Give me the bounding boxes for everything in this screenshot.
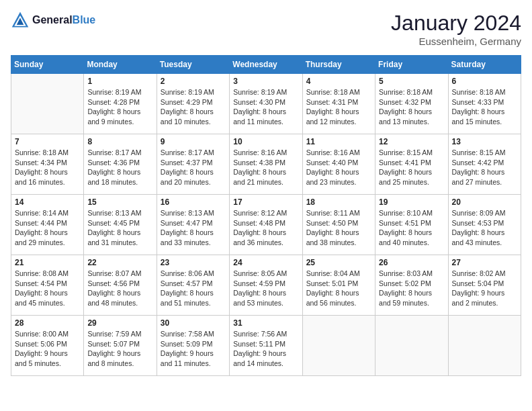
day-cell: 28Sunrise: 8:00 AM Sunset: 5:06 PM Dayli… bbox=[11, 316, 84, 376]
day-cell: 18Sunrise: 8:11 AM Sunset: 4:50 PM Dayli… bbox=[302, 195, 375, 255]
day-number: 25 bbox=[306, 258, 371, 267]
day-number: 9 bbox=[161, 137, 226, 146]
day-number: 1 bbox=[87, 77, 152, 86]
day-info: Sunrise: 8:18 AM Sunset: 4:32 PM Dayligh… bbox=[379, 87, 444, 127]
day-info: Sunrise: 8:08 AM Sunset: 4:54 PM Dayligh… bbox=[15, 269, 80, 308]
day-number: 10 bbox=[233, 137, 298, 146]
day-cell: 14Sunrise: 8:14 AM Sunset: 4:44 PM Dayli… bbox=[11, 195, 84, 255]
day-cell: 16Sunrise: 8:13 AM Sunset: 4:47 PM Dayli… bbox=[157, 195, 229, 255]
day-number: 26 bbox=[379, 258, 444, 267]
day-number: 13 bbox=[452, 137, 517, 146]
day-cell bbox=[448, 316, 521, 376]
day-info: Sunrise: 8:05 AM Sunset: 4:59 PM Dayligh… bbox=[233, 269, 298, 308]
day-cell: 23Sunrise: 8:06 AM Sunset: 4:57 PM Dayli… bbox=[157, 255, 229, 316]
logo-icon bbox=[11, 11, 30, 30]
calendar-table: SundayMondayTuesdayWednesdayThursdayFrid… bbox=[11, 55, 521, 376]
day-cell: 8Sunrise: 8:17 AM Sunset: 4:36 PM Daylig… bbox=[84, 134, 157, 195]
day-number: 18 bbox=[306, 197, 371, 207]
day-info: Sunrise: 7:58 AM Sunset: 5:09 PM Dayligh… bbox=[161, 329, 226, 369]
day-cell: 27Sunrise: 8:02 AM Sunset: 5:04 PM Dayli… bbox=[448, 255, 521, 316]
day-cell: 21Sunrise: 8:08 AM Sunset: 4:54 PM Dayli… bbox=[11, 255, 84, 316]
weekday-header-monday: Monday bbox=[84, 56, 157, 74]
week-row-1: 1Sunrise: 8:19 AM Sunset: 4:28 PM Daylig… bbox=[11, 74, 521, 134]
logo-text: GeneralBlue bbox=[32, 14, 95, 26]
day-number: 31 bbox=[233, 318, 298, 328]
day-info: Sunrise: 7:59 AM Sunset: 5:07 PM Dayligh… bbox=[87, 329, 152, 369]
day-number: 2 bbox=[161, 77, 226, 86]
week-row-4: 21Sunrise: 8:08 AM Sunset: 4:54 PM Dayli… bbox=[11, 255, 521, 316]
logo: GeneralBlue bbox=[11, 11, 95, 30]
day-number: 28 bbox=[15, 318, 80, 328]
day-cell bbox=[302, 316, 375, 376]
day-info: Sunrise: 7:56 AM Sunset: 5:11 PM Dayligh… bbox=[233, 329, 298, 369]
day-cell: 11Sunrise: 8:16 AM Sunset: 4:40 PM Dayli… bbox=[302, 134, 375, 195]
week-row-2: 7Sunrise: 8:18 AM Sunset: 4:34 PM Daylig… bbox=[11, 134, 521, 195]
day-cell: 6Sunrise: 8:18 AM Sunset: 4:33 PM Daylig… bbox=[448, 74, 521, 134]
day-info: Sunrise: 8:07 AM Sunset: 4:56 PM Dayligh… bbox=[87, 269, 152, 308]
day-number: 14 bbox=[15, 197, 80, 207]
day-info: Sunrise: 8:02 AM Sunset: 5:04 PM Dayligh… bbox=[452, 269, 517, 308]
day-number: 17 bbox=[233, 197, 298, 207]
day-info: Sunrise: 8:16 AM Sunset: 4:38 PM Dayligh… bbox=[233, 148, 298, 187]
day-cell: 15Sunrise: 8:13 AM Sunset: 4:45 PM Dayli… bbox=[84, 195, 157, 255]
day-info: Sunrise: 8:17 AM Sunset: 4:37 PM Dayligh… bbox=[161, 148, 226, 187]
day-cell: 30Sunrise: 7:58 AM Sunset: 5:09 PM Dayli… bbox=[157, 316, 229, 376]
day-number: 8 bbox=[87, 137, 152, 146]
day-number: 15 bbox=[87, 197, 152, 207]
day-info: Sunrise: 8:06 AM Sunset: 4:57 PM Dayligh… bbox=[161, 269, 226, 308]
day-cell: 24Sunrise: 8:05 AM Sunset: 4:59 PM Dayli… bbox=[230, 255, 302, 316]
day-info: Sunrise: 8:18 AM Sunset: 4:34 PM Dayligh… bbox=[15, 148, 80, 187]
day-number: 29 bbox=[87, 318, 152, 328]
day-info: Sunrise: 8:18 AM Sunset: 4:33 PM Dayligh… bbox=[452, 87, 517, 127]
day-number: 24 bbox=[233, 258, 298, 267]
day-number: 4 bbox=[306, 77, 371, 86]
day-cell: 19Sunrise: 8:10 AM Sunset: 4:51 PM Dayli… bbox=[375, 195, 448, 255]
day-number: 22 bbox=[87, 258, 152, 267]
day-info: Sunrise: 8:14 AM Sunset: 4:44 PM Dayligh… bbox=[15, 208, 80, 248]
day-number: 23 bbox=[161, 258, 226, 267]
day-info: Sunrise: 8:18 AM Sunset: 4:31 PM Dayligh… bbox=[306, 87, 371, 127]
day-number: 3 bbox=[233, 77, 298, 86]
day-cell: 9Sunrise: 8:17 AM Sunset: 4:37 PM Daylig… bbox=[157, 134, 229, 195]
day-info: Sunrise: 8:17 AM Sunset: 4:36 PM Dayligh… bbox=[87, 148, 152, 187]
day-cell: 13Sunrise: 8:15 AM Sunset: 4:42 PM Dayli… bbox=[448, 134, 521, 195]
day-cell: 5Sunrise: 8:18 AM Sunset: 4:32 PM Daylig… bbox=[375, 74, 448, 134]
day-number: 21 bbox=[15, 258, 80, 267]
day-info: Sunrise: 8:19 AM Sunset: 4:28 PM Dayligh… bbox=[87, 87, 152, 127]
day-cell: 20Sunrise: 8:09 AM Sunset: 4:53 PM Dayli… bbox=[448, 195, 521, 255]
day-cell: 7Sunrise: 8:18 AM Sunset: 4:34 PM Daylig… bbox=[11, 134, 84, 195]
weekday-header-wednesday: Wednesday bbox=[230, 56, 302, 74]
day-info: Sunrise: 8:19 AM Sunset: 4:29 PM Dayligh… bbox=[161, 87, 226, 127]
day-info: Sunrise: 8:15 AM Sunset: 4:41 PM Dayligh… bbox=[379, 148, 444, 187]
day-cell: 2Sunrise: 8:19 AM Sunset: 4:29 PM Daylig… bbox=[157, 74, 229, 134]
month-title: January 2024 bbox=[391, 11, 521, 36]
week-row-5: 28Sunrise: 8:00 AM Sunset: 5:06 PM Dayli… bbox=[11, 316, 521, 376]
day-number: 5 bbox=[379, 77, 444, 86]
day-cell: 29Sunrise: 7:59 AM Sunset: 5:07 PM Dayli… bbox=[84, 316, 157, 376]
day-info: Sunrise: 8:04 AM Sunset: 5:01 PM Dayligh… bbox=[306, 269, 371, 308]
day-number: 16 bbox=[161, 197, 226, 207]
weekday-header-tuesday: Tuesday bbox=[157, 56, 229, 74]
day-cell: 22Sunrise: 8:07 AM Sunset: 4:56 PM Dayli… bbox=[84, 255, 157, 316]
day-info: Sunrise: 8:00 AM Sunset: 5:06 PM Dayligh… bbox=[15, 329, 80, 369]
day-info: Sunrise: 8:11 AM Sunset: 4:50 PM Dayligh… bbox=[306, 208, 371, 248]
day-cell: 4Sunrise: 8:18 AM Sunset: 4:31 PM Daylig… bbox=[302, 74, 375, 134]
day-cell: 10Sunrise: 8:16 AM Sunset: 4:38 PM Dayli… bbox=[230, 134, 302, 195]
day-cell: 25Sunrise: 8:04 AM Sunset: 5:01 PM Dayli… bbox=[302, 255, 375, 316]
weekday-header-friday: Friday bbox=[375, 56, 448, 74]
day-cell: 12Sunrise: 8:15 AM Sunset: 4:41 PM Dayli… bbox=[375, 134, 448, 195]
location: Eussenheim, Germany bbox=[391, 36, 521, 47]
day-number: 12 bbox=[379, 137, 444, 146]
weekday-header-thursday: Thursday bbox=[302, 56, 375, 74]
day-cell: 3Sunrise: 8:19 AM Sunset: 4:30 PM Daylig… bbox=[230, 74, 302, 134]
day-number: 6 bbox=[452, 77, 517, 86]
day-number: 30 bbox=[161, 318, 226, 328]
day-info: Sunrise: 8:13 AM Sunset: 4:47 PM Dayligh… bbox=[161, 208, 226, 248]
day-number: 7 bbox=[15, 137, 80, 146]
day-info: Sunrise: 8:16 AM Sunset: 4:40 PM Dayligh… bbox=[306, 148, 371, 187]
day-cell bbox=[375, 316, 448, 376]
day-info: Sunrise: 8:10 AM Sunset: 4:51 PM Dayligh… bbox=[379, 208, 444, 248]
day-number: 20 bbox=[452, 197, 517, 207]
day-cell bbox=[11, 74, 84, 134]
day-info: Sunrise: 8:19 AM Sunset: 4:30 PM Dayligh… bbox=[233, 87, 298, 127]
